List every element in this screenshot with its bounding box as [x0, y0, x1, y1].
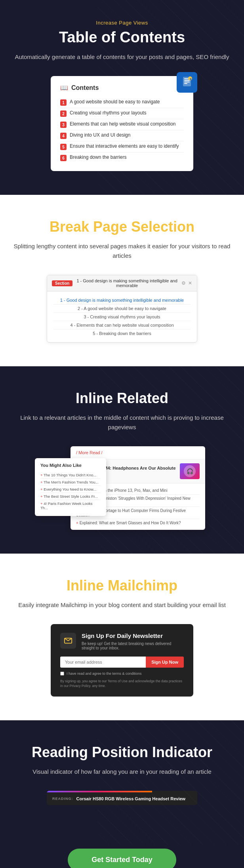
list-item: The 10 Things You Didn't Kno... [40, 472, 101, 479]
sidebar-heading: You Might Also Like [40, 463, 101, 468]
toc-num: 4 [60, 133, 67, 139]
sidebar-list: The 10 Things You Didn't Kno...The Men's… [40, 472, 101, 511]
toc-num: 2 [60, 110, 67, 117]
mailchimp-card-sub: Be keep up! Get the latest breaking news… [82, 641, 184, 650]
mailchimp-subtitle: Easily integrate Mailchimp in your blog … [12, 600, 232, 610]
headphone-icon: 🎧 [184, 465, 196, 477]
list-item: 4! Paris Fashion Week Looks Th... [40, 500, 101, 511]
break-card-header: Section 1 - Good design is making someth… [47, 275, 197, 291]
mailchimp-card-text: Sign Up For Daily Newsletter Be keep up!… [82, 632, 184, 650]
break-card: Section 1 - Good design is making someth… [47, 275, 197, 343]
mailchimp-card-title: Sign Up For Daily Newsletter [82, 632, 184, 640]
close-icon[interactable]: ✕ [188, 280, 192, 286]
toc-section: Increase Page Views Table of Contents Au… [0, 0, 244, 195]
toc-title: Table of Contents [12, 29, 232, 46]
mail-icon-wrap [60, 633, 76, 649]
list-item: 3Elements that can help website visual c… [60, 119, 184, 130]
toc-num: 3 [60, 122, 67, 128]
toc-card: ★ 📖 Contents 1A good website should be e… [51, 76, 193, 171]
reading-label-title: Corsair HS80 RGB Wireless Gaming Headset… [76, 796, 186, 801]
toc-card-header: 📖 Contents [60, 84, 184, 91]
break-section: Break Page Selection Splitting lengthy c… [0, 195, 244, 366]
settings-icon[interactable]: ⚙ [181, 280, 186, 286]
svg-rect-4 [184, 83, 187, 84]
section-tag: Section [52, 280, 72, 286]
list-item: 4Diving into UX and UI design [60, 130, 184, 141]
email-row: Sign Up Now [60, 657, 184, 668]
featured-thumbnail: 🎧 [180, 463, 200, 479]
break-card-body: 1 - Good design is making something inte… [47, 291, 197, 342]
toc-subtitle: Automatically generate a table of conten… [12, 52, 232, 62]
reading-subtitle: Visual indicator of how far along you ar… [12, 767, 232, 777]
more-read-slash-right: / [101, 450, 103, 455]
toc-num: 1 [60, 99, 67, 106]
break-list: 1 - Good design is making something inte… [53, 296, 191, 337]
related-section: Inline Related Link to a relevant articl… [0, 366, 244, 554]
signup-button[interactable]: Sign Up Now [146, 657, 184, 668]
list-item: 4 - Elements that can help website visua… [53, 321, 191, 329]
get-started-button[interactable]: Get Started Today [68, 849, 176, 868]
related-title: Inline Related [12, 390, 232, 407]
mailchimp-title: Inline Mailchimp [12, 577, 232, 594]
list-item: 2Creating visual rhythms your layouts [60, 108, 184, 119]
toc-card-heading: Contents [71, 84, 99, 91]
svg-rect-3 [184, 82, 190, 82]
svg-text:★: ★ [189, 78, 192, 81]
cta-section: Get Started Today [0, 845, 244, 868]
toc-badge-icon: ★ [177, 72, 197, 93]
break-header-text: 1 - Good design is making something inte… [76, 278, 177, 288]
list-item: Everything You Need to Know... [40, 486, 101, 493]
related-wrapper: You Might Also Like The 10 Things You Di… [39, 446, 205, 530]
mailchimp-section: Inline Mailchimp Easily integrate Mailch… [0, 554, 244, 720]
related-subtitle: Link to a relevant articles in the middl… [12, 413, 232, 432]
reading-title: Reading Position Indicator [12, 744, 232, 761]
break-subtitle: Splitting lengthy content into several p… [12, 242, 232, 261]
break-title: Break Page Selection [12, 219, 232, 235]
list-item: 3 - Creating visual rhythms your layouts [53, 313, 191, 321]
mail-icon [64, 636, 72, 645]
list-item: Explained: What are Smart Glasses and Ho… [76, 519, 200, 527]
reading-bar-card: READING: Corsair HS80 RGB Wireless Gamin… [47, 791, 197, 805]
more-read-header: / More Read / [71, 446, 205, 459]
email-input[interactable] [60, 657, 146, 668]
book-icon: 📖 [60, 84, 68, 91]
list-item: 5 - Breaking down the barriers [53, 329, 191, 337]
reading-label-tag: READING: [52, 797, 73, 801]
list-item: 1A good website should be easy to naviga… [60, 97, 184, 108]
reading-bar-label: READING: Corsair HS80 RGB Wireless Gamin… [47, 792, 197, 805]
list-item: 5Ensure that interactive elements are ea… [60, 141, 184, 152]
terms-label: I have read and agree to the terms & con… [67, 672, 142, 676]
terms-row: I have read and agree to the terms & con… [60, 672, 184, 676]
toc-num: 6 [60, 155, 67, 161]
more-read-label: More Read [78, 450, 100, 455]
toc-eyebrow: Increase Page Views [12, 20, 232, 26]
terms-checkbox[interactable] [60, 672, 64, 676]
break-header-icons: ⚙ ✕ [181, 280, 192, 286]
mailchimp-card-header: Sign Up For Daily Newsletter Be keep up!… [60, 632, 184, 650]
toc-list: 1A good website should be easy to naviga… [60, 97, 184, 163]
privacy-text: By signing up, you agree to our Terms of… [60, 679, 184, 689]
list-item: 6Breaking down the barriers [60, 152, 184, 163]
reading-section: Reading Position Indicator Visual indica… [0, 720, 244, 845]
list-item: 1 - Good design is making something inte… [53, 296, 191, 305]
list-item: The Best Street Style Looks Fr... [40, 493, 101, 500]
toc-num: 5 [60, 144, 67, 150]
list-item: The Men's Fashion Trends You... [40, 479, 101, 486]
list-item: 2 - A good website should be easy to nav… [53, 305, 191, 313]
mailchimp-card: Sign Up For Daily Newsletter Be keep up!… [51, 624, 193, 697]
sidebar-card: You Might Also Like The 10 Things You Di… [35, 458, 106, 516]
